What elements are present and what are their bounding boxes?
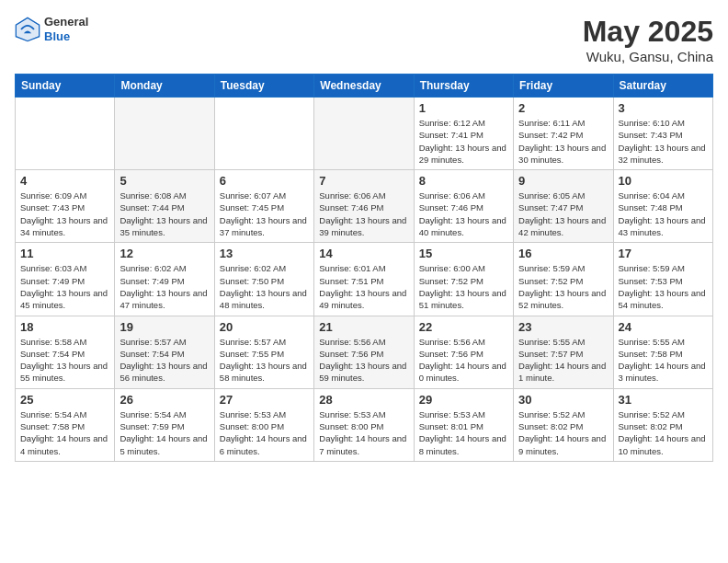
day-number: 18	[20, 320, 109, 334]
calendar-cell: 6Sunrise: 6:07 AM Sunset: 7:45 PM Daylig…	[214, 170, 313, 243]
calendar-week-row: 1Sunrise: 6:12 AM Sunset: 7:41 PM Daylig…	[16, 98, 713, 170]
calendar-cell: 11Sunrise: 6:03 AM Sunset: 7:49 PM Dayli…	[16, 243, 115, 316]
day-info: Sunrise: 5:53 AM Sunset: 8:00 PM Dayligh…	[220, 408, 309, 457]
calendar-cell: 4Sunrise: 6:09 AM Sunset: 7:43 PM Daylig…	[16, 170, 115, 243]
day-number: 8	[419, 174, 508, 188]
logo-icon	[15, 17, 40, 42]
calendar-cell: 21Sunrise: 5:56 AM Sunset: 7:56 PM Dayli…	[314, 316, 414, 388]
calendar-title: May 2025	[583, 15, 713, 49]
day-number: 3	[619, 101, 708, 115]
logo: General Blue	[15, 15, 88, 43]
calendar-week-row: 11Sunrise: 6:03 AM Sunset: 7:49 PM Dayli…	[16, 243, 713, 316]
day-info: Sunrise: 5:56 AM Sunset: 7:56 PM Dayligh…	[319, 336, 408, 385]
calendar-cell: 9Sunrise: 6:05 AM Sunset: 7:47 PM Daylig…	[514, 170, 613, 243]
day-number: 6	[220, 174, 309, 188]
calendar-cell: 16Sunrise: 5:59 AM Sunset: 7:52 PM Dayli…	[514, 243, 613, 316]
day-info: Sunrise: 5:55 AM Sunset: 7:57 PM Dayligh…	[518, 336, 608, 385]
day-number: 21	[319, 320, 408, 334]
day-info: Sunrise: 6:10 AM Sunset: 7:43 PM Dayligh…	[619, 117, 708, 166]
weekday-header-row: SundayMondayTuesdayWednesdayThursdayFrid…	[16, 75, 713, 98]
calendar-cell: 20Sunrise: 5:57 AM Sunset: 7:55 PM Dayli…	[214, 316, 313, 388]
logo-general-text: General	[44, 15, 88, 29]
day-info: Sunrise: 6:01 AM Sunset: 7:51 PM Dayligh…	[319, 262, 408, 311]
calendar-cell: 7Sunrise: 6:06 AM Sunset: 7:46 PM Daylig…	[314, 170, 414, 243]
day-info: Sunrise: 5:52 AM Sunset: 8:02 PM Dayligh…	[619, 408, 708, 457]
day-info: Sunrise: 5:59 AM Sunset: 7:53 PM Dayligh…	[619, 262, 708, 311]
calendar-cell: 19Sunrise: 5:57 AM Sunset: 7:54 PM Dayli…	[115, 316, 214, 388]
day-number: 7	[319, 174, 408, 188]
calendar-cell	[16, 98, 115, 170]
day-info: Sunrise: 5:52 AM Sunset: 8:02 PM Dayligh…	[518, 408, 608, 457]
day-info: Sunrise: 5:58 AM Sunset: 7:54 PM Dayligh…	[20, 336, 109, 385]
day-info: Sunrise: 5:54 AM Sunset: 7:59 PM Dayligh…	[119, 408, 209, 457]
day-number: 27	[220, 393, 309, 407]
calendar-week-row: 18Sunrise: 5:58 AM Sunset: 7:54 PM Dayli…	[16, 316, 713, 388]
calendar-cell: 31Sunrise: 5:52 AM Sunset: 8:02 PM Dayli…	[613, 388, 712, 461]
day-number: 5	[119, 174, 209, 188]
day-number: 2	[518, 101, 608, 115]
day-info: Sunrise: 6:04 AM Sunset: 7:48 PM Dayligh…	[619, 190, 708, 238]
day-info: Sunrise: 5:57 AM Sunset: 7:55 PM Dayligh…	[220, 336, 309, 385]
calendar-cell: 18Sunrise: 5:58 AM Sunset: 7:54 PM Dayli…	[16, 316, 115, 388]
calendar-cell: 29Sunrise: 5:53 AM Sunset: 8:01 PM Dayli…	[414, 388, 513, 461]
day-number: 19	[119, 320, 209, 334]
day-number: 9	[518, 174, 608, 188]
calendar-cell	[115, 98, 214, 170]
weekday-header-sunday: Sunday	[16, 75, 115, 98]
calendar-week-row: 4Sunrise: 6:09 AM Sunset: 7:43 PM Daylig…	[16, 170, 713, 243]
calendar-cell: 12Sunrise: 6:02 AM Sunset: 7:49 PM Dayli…	[115, 243, 214, 316]
logo-text: General Blue	[44, 15, 88, 43]
day-info: Sunrise: 6:05 AM Sunset: 7:47 PM Dayligh…	[518, 190, 608, 238]
calendar-cell: 14Sunrise: 6:01 AM Sunset: 7:51 PM Dayli…	[314, 243, 414, 316]
calendar-subtitle: Wuku, Gansu, China	[583, 49, 713, 64]
day-number: 12	[119, 247, 209, 260]
day-number: 25	[20, 393, 109, 407]
day-number: 26	[119, 393, 209, 407]
calendar-cell: 30Sunrise: 5:52 AM Sunset: 8:02 PM Dayli…	[514, 388, 613, 461]
day-number: 22	[419, 320, 508, 334]
weekday-header-monday: Monday	[115, 75, 214, 98]
day-number: 4	[20, 174, 109, 188]
calendar-cell: 1Sunrise: 6:12 AM Sunset: 7:41 PM Daylig…	[414, 98, 513, 170]
calendar-table: SundayMondayTuesdayWednesdayThursdayFrid…	[15, 74, 713, 462]
calendar-cell: 13Sunrise: 6:02 AM Sunset: 7:50 PM Dayli…	[214, 243, 313, 316]
day-info: Sunrise: 5:57 AM Sunset: 7:54 PM Dayligh…	[119, 336, 209, 385]
title-area: May 2025 Wuku, Gansu, China	[583, 15, 713, 64]
calendar-cell: 2Sunrise: 6:11 AM Sunset: 7:42 PM Daylig…	[514, 98, 613, 170]
calendar-cell: 25Sunrise: 5:54 AM Sunset: 7:58 PM Dayli…	[16, 388, 115, 461]
calendar-cell: 26Sunrise: 5:54 AM Sunset: 7:59 PM Dayli…	[115, 388, 214, 461]
calendar-cell: 3Sunrise: 6:10 AM Sunset: 7:43 PM Daylig…	[613, 98, 712, 170]
calendar-cell: 22Sunrise: 5:56 AM Sunset: 7:56 PM Dayli…	[414, 316, 513, 388]
calendar-cell: 27Sunrise: 5:53 AM Sunset: 8:00 PM Dayli…	[214, 388, 313, 461]
day-number: 13	[220, 247, 309, 260]
day-info: Sunrise: 5:54 AM Sunset: 7:58 PM Dayligh…	[20, 408, 109, 457]
weekday-header-saturday: Saturday	[613, 75, 712, 98]
day-info: Sunrise: 5:56 AM Sunset: 7:56 PM Dayligh…	[419, 336, 508, 385]
calendar-cell: 24Sunrise: 5:55 AM Sunset: 7:58 PM Dayli…	[613, 316, 712, 388]
day-number: 15	[419, 247, 508, 260]
day-number: 16	[518, 247, 608, 260]
day-number: 24	[619, 320, 708, 334]
weekday-header-thursday: Thursday	[414, 75, 513, 98]
day-info: Sunrise: 5:53 AM Sunset: 8:00 PM Dayligh…	[319, 408, 408, 457]
weekday-header-friday: Friday	[514, 75, 613, 98]
day-info: Sunrise: 6:11 AM Sunset: 7:42 PM Dayligh…	[518, 117, 608, 166]
day-info: Sunrise: 6:03 AM Sunset: 7:49 PM Dayligh…	[20, 262, 109, 311]
day-info: Sunrise: 6:12 AM Sunset: 7:41 PM Dayligh…	[419, 117, 508, 166]
weekday-header-wednesday: Wednesday	[314, 75, 414, 98]
day-info: Sunrise: 6:02 AM Sunset: 7:49 PM Dayligh…	[119, 262, 209, 311]
day-number: 28	[319, 393, 408, 407]
day-number: 31	[619, 393, 708, 407]
day-number: 11	[20, 247, 109, 260]
day-info: Sunrise: 6:08 AM Sunset: 7:44 PM Dayligh…	[119, 190, 209, 238]
day-info: Sunrise: 6:06 AM Sunset: 7:46 PM Dayligh…	[319, 190, 408, 238]
day-number: 1	[419, 101, 508, 115]
day-number: 30	[518, 393, 608, 407]
calendar-week-row: 25Sunrise: 5:54 AM Sunset: 7:58 PM Dayli…	[16, 388, 713, 461]
day-number: 17	[619, 247, 708, 260]
calendar-cell: 10Sunrise: 6:04 AM Sunset: 7:48 PM Dayli…	[613, 170, 712, 243]
day-info: Sunrise: 5:55 AM Sunset: 7:58 PM Dayligh…	[619, 336, 708, 385]
logo-blue-text: Blue	[44, 29, 88, 44]
calendar-cell: 5Sunrise: 6:08 AM Sunset: 7:44 PM Daylig…	[115, 170, 214, 243]
day-info: Sunrise: 6:06 AM Sunset: 7:46 PM Dayligh…	[419, 190, 508, 238]
